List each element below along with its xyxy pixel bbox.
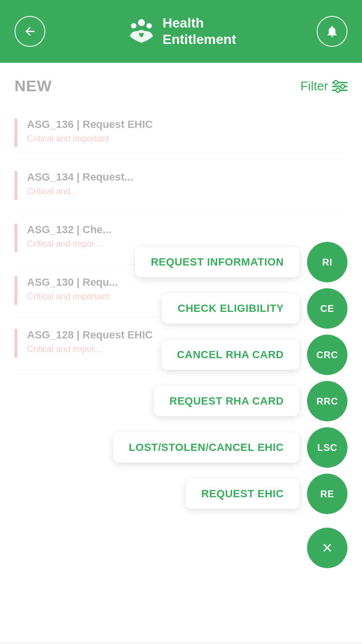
action-fab-check-eligibility[interactable]: CE xyxy=(307,288,348,329)
section-header: NEW Filter xyxy=(14,77,348,95)
item-title: ASG_136 | Request EHIC xyxy=(27,118,348,131)
list-item[interactable]: ASG_134 | Request... Critical and... xyxy=(14,159,348,212)
action-label: CHECK ELIGIBILITY xyxy=(178,302,284,314)
action-row-lost-stolen-cancel-ehic: LOST/STOLEN/CANCEL EHIC LSC xyxy=(113,427,348,468)
action-row-request-information: REQUEST INFORMATION RI xyxy=(135,242,348,282)
svg-point-1 xyxy=(131,23,136,28)
back-button[interactable] xyxy=(14,16,45,47)
main-content: NEW Filter ASG_136 | Request EHIC C xyxy=(0,63,362,642)
svg-point-7 xyxy=(341,84,345,88)
filter-icon xyxy=(332,80,348,93)
action-label: REQUEST INFORMATION xyxy=(151,256,284,268)
action-label: REQUEST EHIC xyxy=(201,488,284,500)
action-label-card: REQUEST RHA CARD xyxy=(154,386,299,416)
close-icon: × xyxy=(322,539,332,557)
action-fab-lost-stolen-cancel-ehic[interactable]: LSC xyxy=(307,427,348,468)
action-fab-abbr: RI xyxy=(322,257,333,268)
item-subtitle: Critical and... xyxy=(27,186,348,196)
action-row-request-rha-card: REQUEST RHA CARD RRC xyxy=(154,381,348,421)
item-bar xyxy=(14,276,17,305)
item-bar xyxy=(14,224,17,252)
action-label-card: REQUEST INFORMATION xyxy=(135,247,299,277)
action-fab-request-information[interactable]: RI xyxy=(307,242,348,282)
item-title: ASG_134 | Request... xyxy=(27,171,348,183)
item-content: ASG_136 | Request EHIC Critical and impo… xyxy=(27,118,348,144)
action-fab-abbr: CE xyxy=(320,303,334,314)
list-container: ASG_136 | Request EHIC Critical and impo… xyxy=(14,107,348,370)
item-subtitle: Critical and important xyxy=(27,134,348,144)
filter-label: Filter xyxy=(300,79,328,94)
action-label-card: CANCEL RHA CARD xyxy=(162,340,299,370)
item-content: ASG_134 | Request... Critical and... xyxy=(27,171,348,196)
svg-point-8 xyxy=(336,88,340,92)
app-logo: Health Entitlement xyxy=(126,15,236,48)
action-menu: REQUEST INFORMATION RI CHECK ELIGIBILITY… xyxy=(113,242,348,568)
action-fab-request-ehic[interactable]: RE xyxy=(307,474,348,514)
svg-point-0 xyxy=(138,19,145,26)
item-bar xyxy=(14,171,17,200)
action-fab-request-rha-card[interactable]: RRC xyxy=(307,381,348,421)
action-label-card: CHECK ELIGIBILITY xyxy=(162,294,299,323)
action-label-card: REQUEST EHIC xyxy=(186,479,299,509)
action-label: LOST/STOLEN/CANCEL EHIC xyxy=(129,441,284,453)
action-row-request-ehic: REQUEST EHIC RE xyxy=(186,474,348,514)
action-label-card: LOST/STOLEN/CANCEL EHIC xyxy=(113,433,299,462)
action-fab-abbr: CRC xyxy=(317,350,338,361)
action-fab-abbr: LSC xyxy=(317,442,337,453)
item-bar xyxy=(14,329,17,358)
action-row-cancel-rha-card: CANCEL RHA CARD CRC xyxy=(162,335,348,375)
action-row-close: × xyxy=(307,524,348,568)
logo-icon xyxy=(126,15,157,48)
svg-point-6 xyxy=(334,81,338,84)
section-title: NEW xyxy=(14,77,52,95)
action-label: REQUEST RHA CARD xyxy=(169,395,284,407)
action-fab-cancel-rha-card[interactable]: CRC xyxy=(307,335,348,375)
close-fab-button[interactable]: × xyxy=(307,528,348,568)
list-item[interactable]: ASG_136 | Request EHIC Critical and impo… xyxy=(14,107,348,159)
action-label: CANCEL RHA CARD xyxy=(177,349,284,361)
filter-button[interactable]: Filter xyxy=(300,79,348,94)
app-title: Health Entitlement xyxy=(163,15,236,47)
action-fab-abbr: RRC xyxy=(317,396,338,407)
action-row-check-eligibility: CHECK ELIGIBILITY CE xyxy=(162,288,348,329)
item-title: ASG_132 | Che... xyxy=(27,224,348,236)
action-fab-abbr: RE xyxy=(320,489,334,500)
notification-button[interactable] xyxy=(317,16,348,47)
svg-point-2 xyxy=(146,23,152,28)
item-bar xyxy=(14,118,17,147)
app-header: Health Entitlement xyxy=(0,0,362,63)
